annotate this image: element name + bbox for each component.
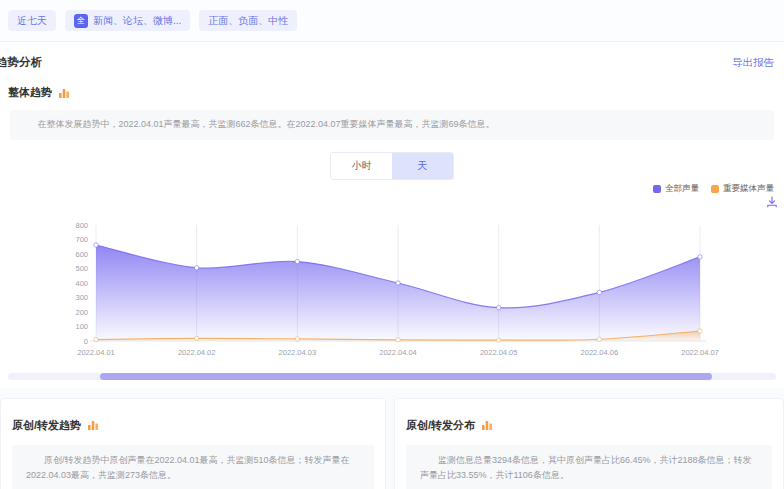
bar-chart-icon — [481, 419, 493, 431]
svg-text:2022.04.02: 2022.04.02 — [178, 348, 216, 357]
svg-text:2022.04.04: 2022.04.04 — [379, 348, 417, 357]
svg-text:200: 200 — [75, 307, 88, 316]
svg-text:2022.04.07: 2022.04.07 — [681, 348, 719, 357]
chart-legend: 全部声量重要媒体声量 — [0, 183, 784, 195]
svg-text:400: 400 — [75, 278, 88, 287]
svg-text:2022.04.05: 2022.04.05 — [480, 348, 518, 357]
legend-label: 全部声量 — [665, 183, 699, 195]
svg-text:800: 800 — [75, 220, 88, 229]
page-title: 趋势分析 — [0, 55, 42, 70]
overall-trend-summary: 在整体发展趋势中，2022.04.01声量最高，共监测662条信息。在2022.… — [10, 110, 774, 140]
original-repost-distribution-card: 原创/转发分布 监测信息总量3294条信息，其中原创声量占比66.45%，共计2… — [394, 398, 784, 489]
toggle-hour-button[interactable]: 小时 — [331, 153, 392, 179]
svg-text:500: 500 — [75, 264, 88, 273]
original-repost-distribution-summary: 监测信息总量3294条信息，其中原创声量占比66.45%，共计2188条信息；转… — [406, 445, 772, 489]
chart-datazoom-track — [8, 373, 776, 380]
toggle-day-button[interactable]: 天 — [392, 153, 453, 179]
svg-text:600: 600 — [75, 249, 88, 258]
download-chart-icon[interactable] — [766, 196, 778, 209]
filter-chip-sentiment-label: 正面、负面、中性 — [208, 14, 288, 28]
filter-chip-time-label: 近七天 — [17, 14, 47, 28]
filter-chip-sources[interactable]: 全 新闻、论坛、微博... — [65, 10, 190, 31]
export-report-link[interactable]: 导出报告 — [732, 56, 774, 70]
bar-chart-icon — [58, 87, 70, 99]
svg-text:2022.04.01: 2022.04.01 — [77, 348, 115, 357]
trend-chart-area: 01002003004005006007008002022.04.012022.… — [0, 209, 784, 365]
original-repost-trend-card: 原创/转发趋势 原创/转发趋势中原创声量在2022.04.01最高，共监测510… — [0, 398, 386, 489]
chart-toolbar — [0, 196, 784, 209]
overall-trend-title: 整体趋势 — [8, 85, 52, 100]
svg-text:0: 0 — [84, 336, 88, 345]
granularity-toggle-wrap: 小时 天 — [0, 152, 784, 180]
legend-item-重要媒体声量[interactable]: 重要媒体声量 — [711, 183, 774, 195]
filter-chip-sources-label: 新闻、论坛、微博... — [93, 14, 181, 28]
original-repost-trend-summary: 原创/转发趋势中原创声量在2022.04.01最高，共监测510条信息；转发声量… — [12, 445, 374, 489]
trend-chart-canvas: 01002003004005006007008002022.04.012022.… — [0, 209, 784, 361]
legend-swatch — [711, 185, 719, 193]
trend-analysis-card: 趋势分析 导出报告 整体趋势 在整体发展趋势中，2022.04.01声量最高，共… — [0, 42, 784, 388]
filter-strip: 近七天 全 新闻、论坛、微博... 正面、负面、中性 — [0, 0, 784, 42]
svg-text:2022.04.06: 2022.04.06 — [581, 348, 619, 357]
svg-text:2022.04.03: 2022.04.03 — [279, 348, 317, 357]
svg-text:700: 700 — [75, 235, 88, 244]
overall-trend-title-row: 整体趋势 — [0, 79, 784, 100]
original-repost-trend-title: 原创/转发趋势 — [12, 418, 81, 433]
section-header: 趋势分析 导出报告 — [0, 42, 784, 79]
filter-chip-time[interactable]: 近七天 — [8, 10, 56, 31]
original-repost-distribution-title: 原创/转发分布 — [406, 418, 475, 433]
source-all-icon: 全 — [74, 14, 88, 28]
legend-label: 重要媒体声量 — [723, 183, 774, 195]
filter-chip-sentiment[interactable]: 正面、负面、中性 — [199, 10, 297, 31]
svg-text:300: 300 — [75, 293, 88, 302]
granularity-toggle: 小时 天 — [330, 152, 454, 180]
card-title-row: 原创/转发趋势 — [12, 412, 374, 433]
svg-text:100: 100 — [75, 322, 88, 331]
legend-swatch — [653, 185, 661, 193]
bottom-cards-row: 原创/转发趋势 原创/转发趋势中原创声量在2022.04.01最高，共监测510… — [0, 398, 784, 489]
chart-datazoom-thumb[interactable] — [100, 373, 712, 380]
legend-item-全部声量[interactable]: 全部声量 — [653, 183, 699, 195]
bar-chart-icon — [87, 419, 99, 431]
card-title-row: 原创/转发分布 — [406, 412, 772, 433]
